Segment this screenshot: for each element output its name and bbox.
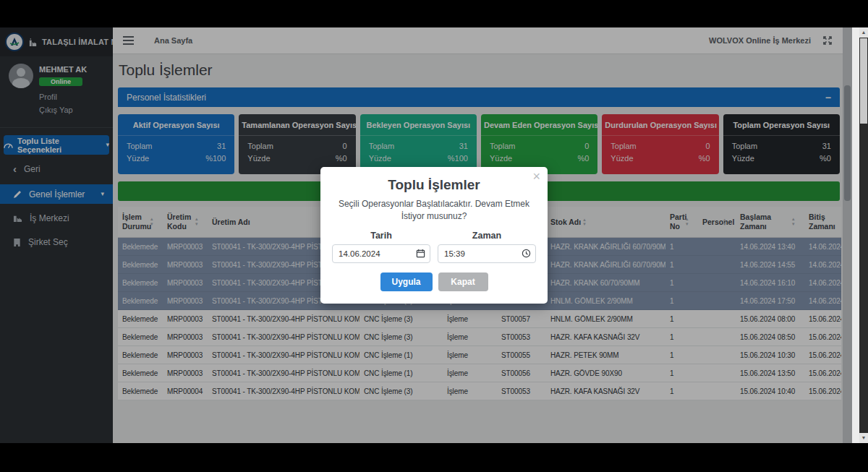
browser-scrollbar[interactable]: ▲ ▼ xyxy=(859,27,868,443)
letterbox-top xyxy=(0,0,868,27)
bulk-operations-modal: × Toplu İşlemler Seçili Operasyonlar Baş… xyxy=(320,167,548,304)
scrollbar-thumb[interactable] xyxy=(860,38,867,124)
clock-icon[interactable] xyxy=(522,249,531,258)
screenshot-stage: TALAŞLI İMALAT MI MEHMET AK Online Profi… xyxy=(0,0,868,472)
letterbox-bottom xyxy=(0,443,868,472)
cancel-button[interactable]: Kapat xyxy=(438,273,488,291)
close-icon[interactable]: × xyxy=(532,170,540,183)
date-label: Tarih xyxy=(332,231,430,241)
apply-button[interactable]: Uygula xyxy=(380,273,433,291)
calendar-icon[interactable] xyxy=(416,249,425,258)
scroll-down-icon[interactable]: ▼ xyxy=(859,433,868,443)
modal-message: Seçili Operasyonlar Başlatılacaktır. Dev… xyxy=(332,198,536,223)
time-label: Zaman xyxy=(438,231,536,241)
window-gutter xyxy=(852,27,859,443)
scroll-up-icon[interactable]: ▲ xyxy=(859,27,868,38)
modal-title: Toplu İşlemler xyxy=(332,177,536,193)
